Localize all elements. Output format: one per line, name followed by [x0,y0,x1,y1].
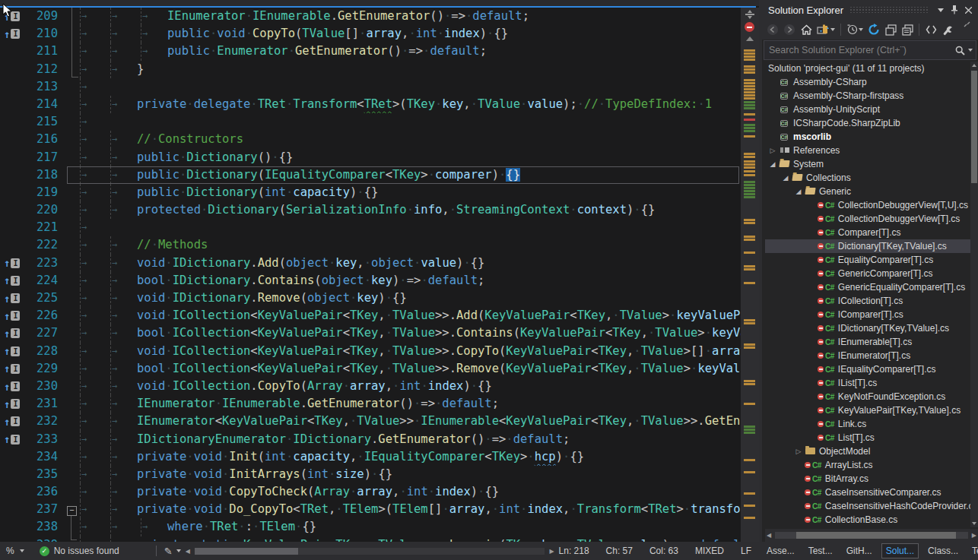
collapse-region-button[interactable] [67,506,77,516]
tree-item-icsharpcode-sharpziplib[interactable]: C#ICSharpCode.SharpZipLib [765,116,970,130]
solution-explorer-titlebar[interactable]: Solution Explorer [762,0,978,20]
code-content[interactable]: public·Dictionary()·{} [76,149,741,166]
code-line-237[interactable]: 237private·void·Do_CopyTo<TRet,·TElem>(T… [0,501,741,518]
line-number[interactable]: 236 [23,483,58,501]
split-editor-handle-icon[interactable] [744,10,756,19]
code-line-214[interactable]: 214private·delegate·TRet·Transform<TRet>… [0,96,741,113]
tree-item-generic[interactable]: ◢Generic [765,185,970,198]
code-line-218[interactable]: 218public·Dictionary(IEqualityComparer<T… [0,166,741,184]
line-number[interactable]: 237 [23,501,58,518]
scroll-right-arrow[interactable]: ▶ [548,548,555,555]
scrollbar-thumb[interactable] [796,532,956,539]
zoom-control[interactable]: % [0,546,32,556]
code-content[interactable]: bool·ICollection<KeyValuePair<TKey,·TVal… [76,324,741,342]
tree-item-collectionbase-cs[interactable]: C#CollectionBase.cs [765,513,970,527]
line-number[interactable]: 212 [23,61,58,78]
implements-interface-icon[interactable]: I [11,258,20,268]
gutter-icons[interactable]: ↑I [0,343,23,360]
line-number[interactable]: 227 [23,324,58,342]
scroll-up-arrow[interactable] [972,64,976,67]
line-number[interactable]: 219 [23,184,58,201]
tree-item-objectmodel[interactable]: ▷ObjectModel [765,445,970,458]
tree-horizontal-scrollbar[interactable]: ◀ ▶ [765,529,978,542]
line-number[interactable]: 214 [23,96,58,113]
line-number[interactable]: 234 [23,448,58,466]
tree-item-iequalitycomparer-t-cs[interactable]: C#IEqualityComparer[T].cs [765,362,970,376]
code-line-219[interactable]: 219public·Dictionary(int·capacity)·{} [0,184,741,201]
code-content[interactable] [76,219,741,236]
scrollbar-thumb[interactable] [971,71,977,183]
implements-interface-icon[interactable]: I [11,311,20,321]
implements-interface-icon[interactable]: I [11,29,20,39]
code-content[interactable] [76,113,741,131]
code-content[interactable]: IEnumerator·IEnumerable.GetEnumerator()·… [76,8,741,25]
line-number[interactable]: 218 [23,166,58,184]
line-number[interactable]: 225 [23,289,58,307]
code-line-228[interactable]: ↑I228void·ICollection<KeyValuePair<TKey,… [0,343,741,360]
status-column[interactable]: Col: 63 [649,546,678,556]
code-content[interactable]: IEnumerator·IEnumerable.GetEnumerator()·… [76,395,741,413]
line-number[interactable]: 230 [23,378,58,395]
code-line-226[interactable]: ↑I226void·ICollection<KeyValuePair<TKey,… [0,307,741,324]
gutter-icons[interactable]: ↑I [0,395,23,413]
code-content[interactable]: } [76,61,741,78]
sync-with-active-document-button[interactable] [815,22,837,37]
tree-item-genericequalitycomparer-t-cs[interactable]: C#GenericEqualityComparer[T].cs [765,280,970,294]
forward-button[interactable] [782,22,797,37]
code-content[interactable]: public·void·CopyTo(TValue[]·array,·int·i… [76,25,741,43]
line-number[interactable]: 220 [23,201,58,219]
tree-item-caseinsensitivecomparer-cs[interactable]: C#CaseInsensitiveComparer.cs [765,486,970,499]
gutter-icons[interactable]: ↑I [0,324,23,342]
collapse-arrow-icon[interactable]: ◢ [794,188,803,195]
code-content[interactable]: void·ICollection<KeyValuePair<TKey,·TVal… [76,307,741,324]
code-content[interactable]: private·void·Do_CopyTo<TRet,·TElem>(TEle… [76,501,741,518]
code-content[interactable]: bool·ICollection<KeyValuePair<TKey,·TVal… [76,360,741,378]
line-number[interactable]: 223 [23,255,58,272]
panel-tab-tea[interactable]: Tea... [967,543,978,558]
code-line-213[interactable]: 213 [0,78,741,96]
tree-vertical-scrollbar[interactable] [970,62,978,527]
scroll-left-arrow[interactable]: ◀ [184,548,192,555]
line-number[interactable]: 238 [23,518,58,536]
code-content[interactable] [76,78,741,96]
tree-item-ilist-t-cs[interactable]: C#IList[T].cs [765,376,970,390]
tree-item-assembly-csharp-firstpass[interactable]: C#Assembly-CSharp-firstpass [765,89,970,103]
code-content[interactable]: private·void·CopyToCheck(Array·array,·in… [76,483,741,501]
back-button[interactable] [765,22,780,37]
code-content[interactable]: void·IDictionary.Add(object·key,·object·… [76,255,741,272]
implements-interface-icon[interactable]: I [11,435,20,445]
line-number[interactable]: 209 [23,8,58,25]
view-code-button[interactable] [923,22,938,37]
go-to-base-icon[interactable]: ↑ [4,311,10,321]
tree-item-assembly-unityscript[interactable]: C#Assembly-UnityScript [765,103,970,116]
code-line-236[interactable]: 236private·void·CopyToCheck(Array·array,… [0,483,741,501]
code-content[interactable]: public·Dictionary(int·capacity)·{} [76,184,741,201]
line-number[interactable]: 221 [23,219,58,236]
solution-explorer-search[interactable]: Search Solution Explorer (Ctrl+¨) [764,40,976,60]
tree-item-collections[interactable]: ◢Collections [765,171,970,185]
line-number[interactable]: 215 [23,113,58,131]
pin-button[interactable] [948,3,961,17]
line-number[interactable]: 217 [23,149,58,166]
tree-item-comparer-t-cs[interactable]: C#Comparer[T].cs [765,226,970,239]
tree-item-assembly-csharp[interactable]: C#Assembly-CSharp [765,75,970,89]
status-character[interactable]: Ch: 57 [606,546,633,556]
code-line-231[interactable]: ↑I231IEnumerator·IEnumerable.GetEnumerat… [0,395,741,413]
search-options-chevron-icon[interactable] [968,49,973,52]
collapse-all-button[interactable] [883,22,898,37]
code-line-216[interactable]: 216//·Constructors [0,131,741,148]
show-all-files-button[interactable] [900,22,915,37]
panel-tab-test[interactable]: Test... [804,543,837,558]
code-content[interactable]: IEnumerator<KeyValuePair<TKey,·TValue>>·… [76,413,741,430]
code-line-221[interactable]: 221 [0,219,741,236]
window-position-menu-button[interactable] [934,3,948,17]
implements-interface-icon[interactable]: I [11,364,20,374]
tree-item-keyvaluepair-tkey-tvalue-cs[interactable]: C#KeyValuePair[TKey,TValue].cs [765,403,970,417]
line-number[interactable]: 224 [23,272,58,289]
code-content[interactable]: public·Dictionary(IEqualityComparer<TKey… [76,166,741,184]
gutter-icons[interactable]: ↑I [0,272,23,289]
go-to-base-icon[interactable]: ↑ [4,293,10,304]
code-line-234[interactable]: 234private·void·Init(int·capacity,·IEqua… [0,448,741,466]
code-editor[interactable]: ↑I209IEnumerator·IEnumerable.GetEnumerat… [0,8,741,560]
code-line-220[interactable]: 220protected·Dictionary(SerializationInf… [0,201,741,219]
